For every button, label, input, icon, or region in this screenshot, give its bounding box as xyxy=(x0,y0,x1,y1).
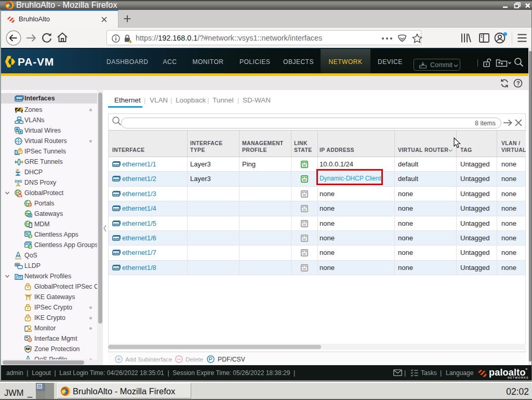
svg-text:QoS: QoS xyxy=(15,256,21,260)
svg-text:?: ? xyxy=(516,80,520,86)
svg-text:IP: IP xyxy=(16,169,20,172)
svg-text:DNS: DNS xyxy=(15,179,22,183)
